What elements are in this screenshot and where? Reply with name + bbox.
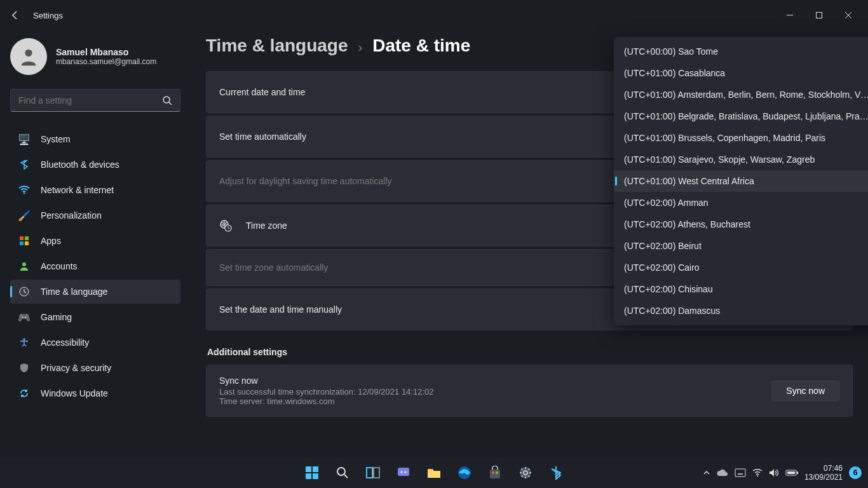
- close-button[interactable]: [834, 5, 863, 25]
- tray-keyboard-icon[interactable]: [735, 468, 746, 477]
- apps-icon: [18, 234, 31, 247]
- taskbar-taskview[interactable]: [360, 460, 386, 485]
- maximize-button[interactable]: [804, 5, 834, 25]
- tz-option[interactable]: (UTC+01:00) Sarajevo, Skopje, Warsaw, Za…: [614, 149, 868, 170]
- tz-option[interactable]: (UTC+01:00) Amsterdam, Berlin, Bern, Rom…: [614, 84, 868, 105]
- svg-point-3: [163, 97, 170, 103]
- svg-rect-6: [20, 236, 24, 240]
- tray-wifi-icon[interactable]: [752, 469, 763, 477]
- sync-server: Time server: time.windows.com: [219, 396, 771, 406]
- taskbar-chat[interactable]: [391, 460, 416, 485]
- notification-badge[interactable]: 6: [849, 466, 862, 479]
- user-profile[interactable]: Samuel Mbanaso mbanaso.samuel@gmail.com: [10, 38, 191, 75]
- svg-rect-41: [797, 471, 798, 474]
- svg-rect-7: [25, 236, 29, 240]
- timezone-dropdown[interactable]: (UTC+00:00) Sao Tome (UTC+01:00) Casabla…: [614, 37, 868, 325]
- breadcrumb-current: Date & time: [372, 36, 470, 56]
- start-button[interactable]: [299, 460, 325, 485]
- tz-option[interactable]: (UTC+01:00) Brussels, Copenhagen, Madrid…: [614, 127, 868, 149]
- tz-option-selected[interactable]: (UTC+01:00) West Central Africa: [614, 170, 868, 192]
- svg-rect-8: [20, 241, 24, 245]
- tz-option[interactable]: (UTC+02:00) Amman: [614, 192, 868, 214]
- svg-rect-28: [490, 470, 500, 478]
- globe-clock-icon: [219, 219, 233, 232]
- minimize-button[interactable]: [775, 5, 804, 25]
- nav-list: 🖥️System Bluetooth & devices Network & i…: [10, 127, 180, 405]
- brush-icon: 🖌️: [18, 209, 31, 222]
- nav-windows-update[interactable]: Windows Update: [10, 381, 180, 405]
- avatar: [10, 38, 47, 75]
- wifi-icon: [18, 184, 31, 196]
- breadcrumb-parent[interactable]: Time & language: [206, 36, 348, 56]
- svg-point-5: [24, 193, 25, 194]
- svg-point-19: [337, 468, 345, 475]
- svg-rect-22: [374, 468, 379, 478]
- taskbar-explorer[interactable]: [421, 460, 447, 485]
- nav-gaming[interactable]: 🎮Gaming: [10, 305, 180, 329]
- tray-onedrive-icon[interactable]: [717, 469, 728, 477]
- nav-accounts[interactable]: Accounts: [10, 254, 180, 278]
- nav-apps[interactable]: Apps: [10, 229, 180, 253]
- svg-rect-23: [398, 468, 409, 476]
- svg-rect-9: [25, 241, 29, 245]
- svg-rect-33: [735, 469, 745, 477]
- card-sync-now: Sync now Last successful time synchroniz…: [206, 365, 853, 417]
- nav-privacy[interactable]: Privacy & security: [10, 356, 180, 380]
- search-input[interactable]: [18, 95, 162, 105]
- tz-option[interactable]: (UTC+02:00) Damascus: [614, 300, 868, 322]
- update-icon: [18, 387, 31, 400]
- person-icon: [18, 260, 31, 273]
- svg-rect-26: [428, 471, 440, 478]
- shield-icon: [18, 362, 31, 374]
- svg-line-4: [169, 102, 172, 105]
- svg-rect-15: [306, 466, 311, 472]
- svg-rect-30: [496, 471, 498, 474]
- monitor-icon: 🖥️: [18, 133, 31, 146]
- window-title: Settings: [33, 11, 775, 20]
- svg-rect-16: [313, 466, 318, 472]
- svg-rect-21: [367, 468, 372, 478]
- taskbar-right: 07:46 13/09/2021 6: [703, 464, 868, 482]
- sync-now-button[interactable]: Sync now: [771, 381, 839, 401]
- svg-point-12: [23, 338, 25, 341]
- back-button[interactable]: [5, 5, 25, 25]
- tz-option[interactable]: (UTC+02:00) Athens, Bucharest: [614, 214, 868, 235]
- tray-chevron-icon[interactable]: [703, 469, 710, 477]
- tz-option[interactable]: (UTC+02:00) Cairo: [614, 257, 868, 278]
- search-icon: [162, 95, 172, 105]
- tz-option[interactable]: (UTC+01:00) Belgrade, Bratislava, Budape…: [614, 105, 868, 127]
- taskbar-bluetooth[interactable]: [543, 460, 569, 485]
- tz-option[interactable]: (UTC+02:00) Chisinau: [614, 278, 868, 300]
- user-name: Samuel Mbanaso: [56, 47, 156, 57]
- titlebar: Settings: [0, 0, 868, 30]
- svg-line-20: [344, 475, 348, 478]
- taskbar-store[interactable]: [482, 460, 508, 485]
- content-area: Time & language › Date & time Current da…: [191, 30, 868, 458]
- taskbar-clock[interactable]: 07:46 13/09/2021: [804, 464, 843, 482]
- tray-battery-icon[interactable]: [785, 469, 798, 477]
- tz-option[interactable]: (UTC+02:00) Beirut: [614, 235, 868, 257]
- user-email: mbanaso.samuel@gmail.com: [56, 57, 156, 66]
- nav-system[interactable]: 🖥️System: [10, 127, 180, 151]
- taskbar-search[interactable]: [330, 460, 355, 485]
- svg-rect-42: [787, 471, 795, 474]
- taskbar: 07:46 13/09/2021 6: [0, 458, 868, 488]
- nav-bluetooth[interactable]: Bluetooth & devices: [10, 152, 180, 177]
- nav-personalization[interactable]: 🖌️Personalization: [10, 203, 180, 227]
- tray-volume-icon[interactable]: [769, 468, 779, 477]
- search-box[interactable]: [10, 89, 180, 112]
- nav-time-language[interactable]: Time & language: [10, 280, 180, 304]
- accessibility-icon: [18, 336, 31, 349]
- sync-last: Last successful time synchronization: 12…: [219, 387, 771, 396]
- clock-icon: [18, 285, 31, 298]
- taskbar-edge[interactable]: [452, 460, 477, 485]
- tz-option[interactable]: (UTC+00:00) Sao Tome: [614, 41, 868, 62]
- nav-network[interactable]: Network & internet: [10, 178, 180, 202]
- bluetooth-icon: [18, 158, 31, 171]
- sidebar: Samuel Mbanaso mbanaso.samuel@gmail.com …: [0, 30, 191, 458]
- tz-option[interactable]: (UTC+01:00) Casablanca: [614, 62, 868, 84]
- chevron-right-icon: ›: [358, 40, 363, 55]
- nav-accessibility[interactable]: Accessibility: [10, 330, 180, 355]
- svg-point-25: [405, 471, 407, 473]
- taskbar-settings[interactable]: [513, 460, 538, 485]
